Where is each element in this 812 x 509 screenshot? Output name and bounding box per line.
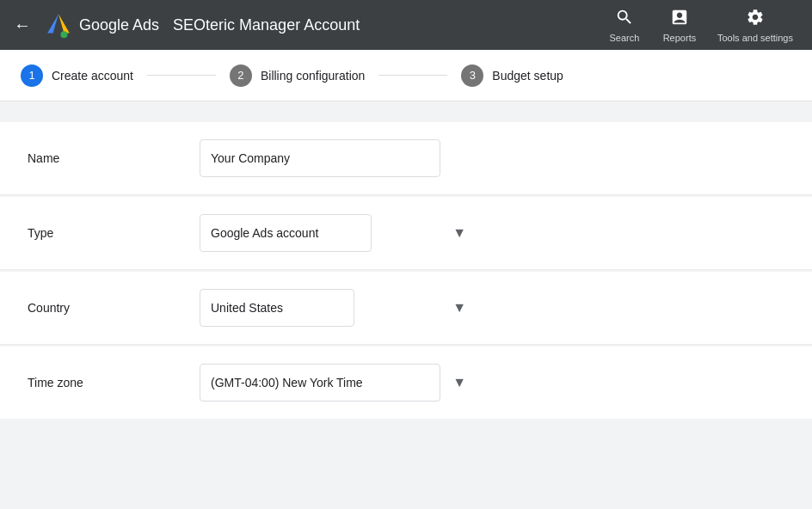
back-icon: ←	[14, 15, 31, 35]
reports-icon	[670, 8, 689, 31]
type-field-control: Google Ads account Manager account ▼	[200, 214, 475, 252]
tools-icon	[746, 8, 765, 31]
step-2: 2 Billing configuration	[230, 64, 365, 87]
step-3: 3 Budget setup	[461, 64, 563, 87]
topbar-left: ← Google Ads SEOteric Manager Account	[10, 11, 599, 39]
timezone-field-control: (GMT-04:00) New York Time (GMT-05:00) Ch…	[200, 364, 475, 402]
back-button[interactable]: ←	[10, 12, 34, 39]
name-field-label: Name	[28, 151, 200, 165]
name-input[interactable]	[200, 139, 440, 177]
topbar: ← Google Ads SEOteric Manager Account Se…	[0, 0, 812, 50]
step-3-circle: 3	[461, 64, 483, 87]
stepper-bar: 1 Create account 2 Billing configuration…	[0, 50, 812, 101]
step-1: 1 Create account	[21, 64, 133, 87]
name-field-row: Name	[0, 122, 812, 195]
step-1-circle: 1	[21, 64, 43, 87]
google-ads-logo: Google Ads	[45, 11, 159, 39]
topbar-account-name: SEOteric Manager Account	[173, 16, 360, 34]
type-select-arrow: ▼	[452, 225, 466, 241]
search-nav-label: Search	[610, 33, 640, 43]
timezone-select-arrow: ▼	[452, 375, 466, 390]
topbar-brand: Google Ads	[79, 16, 159, 34]
reports-nav-button[interactable]: Reports	[654, 3, 705, 48]
step-line-2	[378, 75, 447, 76]
search-nav-button[interactable]: Search	[599, 3, 650, 48]
step-1-label: Create account	[52, 69, 133, 83]
country-field-label: Country	[28, 301, 200, 315]
step-2-circle: 2	[230, 64, 252, 87]
country-field-control: United States United Kingdom Canada Aust…	[200, 289, 475, 327]
step-2-label: Billing configuration	[261, 69, 365, 83]
reports-nav-label: Reports	[663, 33, 697, 43]
step-line-1	[147, 75, 216, 76]
main-content: Name Type Google Ads account Manager acc…	[0, 101, 812, 509]
svg-point-3	[60, 31, 67, 38]
name-field-control	[200, 139, 475, 177]
search-icon	[615, 8, 634, 31]
type-select[interactable]: Google Ads account Manager account	[200, 214, 372, 252]
country-select-arrow: ▼	[452, 300, 466, 316]
timezone-field-label: Time zone	[28, 376, 200, 389]
type-field-label: Type	[28, 226, 200, 240]
topbar-right: Search Reports Tools and settings	[599, 3, 802, 48]
country-field-row: Country United States United Kingdom Can…	[0, 272, 812, 345]
type-field-row: Type Google Ads account Manager account …	[0, 197, 812, 270]
tools-nav-button[interactable]: Tools and settings	[709, 3, 802, 48]
google-ads-logo-icon	[45, 11, 72, 39]
tools-nav-label: Tools and settings	[717, 33, 793, 43]
timezone-select[interactable]: (GMT-04:00) New York Time (GMT-05:00) Ch…	[200, 364, 440, 402]
svg-marker-2	[58, 14, 70, 33]
step-3-label: Budget setup	[492, 69, 563, 83]
country-select[interactable]: United States United Kingdom Canada Aust…	[200, 289, 354, 327]
timezone-field-row: Time zone (GMT-04:00) New York Time (GMT…	[0, 346, 812, 419]
svg-marker-1	[47, 14, 58, 33]
